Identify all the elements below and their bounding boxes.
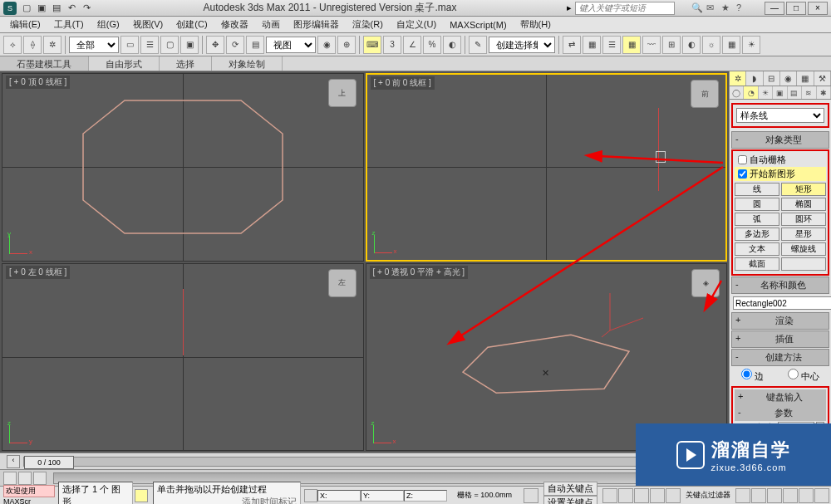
move-icon[interactable]: ✥ — [206, 36, 224, 54]
help-search-input[interactable] — [575, 2, 675, 15]
viewcube-icon[interactable]: 前 — [691, 80, 719, 108]
angle-snap-icon[interactable]: ∠ — [403, 36, 421, 54]
play-icon[interactable] — [634, 488, 649, 503]
bind-spacewarp-icon[interactable]: ✲ — [43, 36, 61, 54]
shape-btn-star[interactable]: 星形 — [781, 228, 826, 241]
help-icon[interactable]: ? — [736, 2, 748, 14]
sub-spacewarps-icon[interactable]: ≋ — [802, 86, 816, 99]
shape-btn-donut[interactable]: 圆环 — [781, 213, 826, 226]
lock-selection-icon[interactable] — [135, 489, 148, 502]
shape-btn-helix[interactable]: 螺旋线 — [781, 242, 826, 256]
infocenter-icon[interactable]: 🔍 — [691, 2, 703, 14]
nav-maximize-icon[interactable] — [814, 488, 829, 503]
menu-edit[interactable]: 编辑(E) — [3, 17, 47, 32]
method-center-radio[interactable]: 中心 — [788, 369, 819, 383]
viewcube-icon[interactable]: 左 — [328, 269, 356, 297]
menu-customize[interactable]: 自定义(U) — [390, 17, 443, 32]
viewcube-icon[interactable]: ◈ — [691, 269, 720, 297]
scale-icon[interactable]: ▤ — [246, 36, 264, 54]
tab-display-icon[interactable]: ▦ — [797, 71, 814, 86]
tab-utilities-icon[interactable]: ⚒ — [814, 71, 831, 86]
qat-new-icon[interactable]: ▢ — [20, 2, 33, 15]
time-slider-handle[interactable]: 0 / 100 — [24, 456, 74, 469]
trackbar-curve-icon[interactable] — [33, 472, 47, 485]
rollout-interp[interactable]: 插值 — [731, 330, 829, 348]
time-prev-icon[interactable]: ‹ — [7, 455, 20, 468]
snap-toggle-icon[interactable]: 3 — [383, 36, 401, 54]
tab-hierarchy-icon[interactable]: ⊟ — [764, 71, 780, 86]
viewcube-icon[interactable]: 上 — [328, 79, 356, 107]
nav-orbit-icon[interactable] — [799, 488, 814, 503]
menu-group[interactable]: 组(G) — [91, 17, 126, 32]
viewport-label[interactable]: [ + 0 前 0 线框 ] — [371, 76, 435, 90]
material-editor-icon[interactable]: ◐ — [682, 36, 701, 54]
prev-frame-icon[interactable] — [618, 488, 633, 503]
nav-zoomall-icon[interactable] — [767, 488, 782, 503]
add-time-marker[interactable]: 添加时间标记 — [242, 496, 297, 505]
unlink-icon[interactable]: ⟠ — [23, 36, 42, 54]
help-arrow-icon[interactable]: ▸ — [567, 2, 572, 13]
trackbar-filter-icon[interactable] — [18, 472, 32, 485]
sub-cameras-icon[interactable]: ▣ — [773, 86, 787, 99]
select-object-icon[interactable]: ▭ — [120, 36, 139, 54]
edit-named-sel-icon[interactable]: ✎ — [469, 36, 487, 54]
select-name-icon[interactable]: ☰ — [140, 36, 159, 54]
refcoord-dropdown[interactable]: 视图 — [266, 37, 316, 53]
menu-render[interactable]: 渲染(R) — [346, 17, 390, 32]
align-icon[interactable]: ▦ — [583, 36, 601, 54]
shape-btn-section[interactable]: 截面 — [735, 257, 779, 271]
nav-pan-icon[interactable] — [735, 488, 750, 503]
coord-y[interactable]: Y: — [361, 490, 404, 502]
curve-editor-icon[interactable]: 〰 — [642, 36, 661, 54]
keyfilter-button[interactable]: 关键点过滤器 — [682, 490, 734, 501]
ribbon-tab-freeform[interactable]: 自由形式 — [89, 56, 160, 71]
sub-shapes-icon[interactable]: ◔ — [744, 86, 758, 99]
time-config-icon[interactable] — [524, 488, 538, 503]
rollout-params[interactable]: 参数 — [735, 405, 826, 421]
percent-snap-icon[interactable]: % — [423, 36, 441, 54]
menu-maxscript[interactable]: MAXScript(M) — [443, 18, 513, 32]
minimize-button[interactable]: — — [765, 2, 784, 15]
communication-icon[interactable]: ✉ — [706, 2, 718, 14]
viewport-label[interactable]: [ + 0 左 0 线框 ] — [6, 266, 70, 279]
schematic-icon[interactable]: ⊞ — [662, 36, 681, 54]
coord-x[interactable]: X: — [317, 490, 361, 502]
autogrid-checkbox[interactable] — [738, 155, 747, 164]
qat-undo-icon[interactable]: ↶ — [65, 2, 78, 15]
viewport-label[interactable]: [ + 0 顶 0 线框 ] — [6, 76, 70, 89]
menu-modifier[interactable]: 修改器 — [214, 17, 255, 32]
coord-z[interactable]: Z: — [404, 490, 447, 502]
startshape-checkbox[interactable] — [738, 169, 747, 179]
ribbon-tab-paint[interactable]: 对象绘制 — [212, 56, 283, 71]
shape-btn-arc[interactable]: 弧 — [735, 213, 779, 226]
keyboard-shortcut-icon[interactable]: ⌨ — [363, 36, 381, 54]
rollout-render[interactable]: 渲染 — [731, 312, 829, 330]
tab-create-icon[interactable]: ✲ — [730, 71, 746, 86]
pivot-icon[interactable]: ◉ — [317, 36, 336, 54]
shape-category-dropdown[interactable]: 样条线 — [736, 108, 824, 123]
select-link-icon[interactable]: ⟡ — [3, 36, 22, 54]
named-selection-dropdown[interactable]: 创建选择集 — [489, 37, 555, 53]
nav-zoom-icon[interactable] — [751, 488, 766, 503]
qat-save-icon[interactable]: ▤ — [50, 2, 63, 15]
ribbon-tab-select[interactable]: 选择 — [160, 56, 212, 71]
rollout-name-color[interactable]: 名称和颜色 — [731, 276, 829, 294]
autokey-button[interactable]: 自动关键点 — [543, 482, 597, 496]
render-setup-icon[interactable]: ☼ — [702, 36, 720, 54]
rollout-method[interactable]: 创建方法 — [731, 349, 829, 366]
qat-open-icon[interactable]: ▣ — [35, 2, 48, 15]
shape-btn-circle[interactable]: 圆 — [735, 198, 779, 211]
viewport-front[interactable]: [ + 0 前 0 线框 ] 前 xz — [366, 73, 728, 262]
menu-view[interactable]: 视图(V) — [126, 17, 170, 32]
render-frame-icon[interactable]: ▦ — [722, 36, 740, 54]
goto-start-icon[interactable] — [602, 488, 617, 503]
selection-filter-dropdown[interactable]: 全部 — [69, 37, 119, 53]
tab-modify-icon[interactable]: ◗ — [746, 71, 763, 86]
goto-end-icon[interactable] — [666, 488, 681, 503]
sub-systems-icon[interactable]: ✱ — [817, 86, 831, 99]
close-button[interactable]: × — [808, 2, 828, 15]
ribbon-tab-graphite[interactable]: 石墨建模工具 — [0, 56, 89, 71]
shape-btn-text[interactable]: 文本 — [735, 242, 779, 256]
rollout-keyboard[interactable]: 键盘输入 — [735, 389, 826, 405]
maxscript-label[interactable]: MAXScr — [3, 497, 55, 504]
